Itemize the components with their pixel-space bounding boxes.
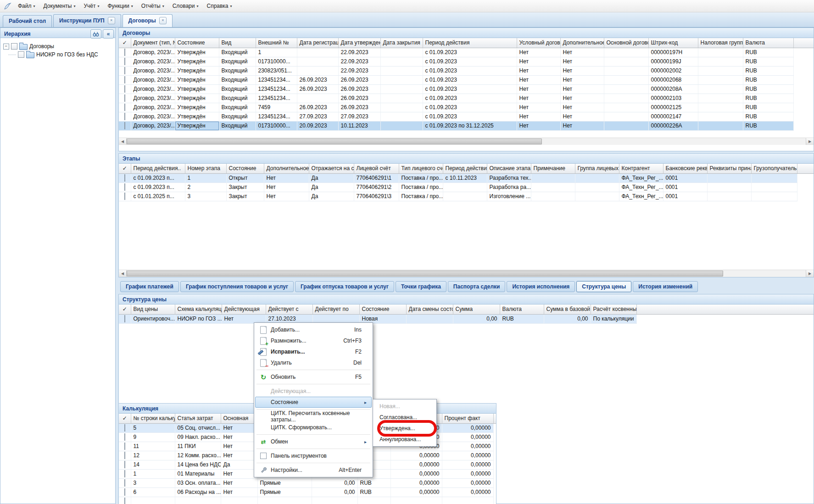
cell[interactable] xyxy=(698,112,743,121)
cell[interactable]: 27.09.2023 xyxy=(297,112,338,121)
select-all-column-header[interactable]: ✓ xyxy=(119,38,131,48)
cell[interactable]: Утверждён xyxy=(175,84,219,94)
menu-item-settings[interactable]: Настройки...Alt+Enter xyxy=(255,465,372,476)
cell[interactable]: 017310000... xyxy=(256,121,297,130)
cell[interactable]: Поставка / про... xyxy=(399,183,443,192)
cell[interactable]: Утверждён xyxy=(175,57,219,66)
cell[interactable]: RUB xyxy=(743,121,793,130)
table-row[interactable]: Договор, 2023/...УтверждёнВходящий017310… xyxy=(119,121,814,130)
column-header[interactable]: Внешний № xyxy=(256,38,297,48)
cell[interactable]: 0,00000 xyxy=(442,423,493,432)
tree-node-contracts[interactable]: − Договоры xyxy=(3,42,113,50)
scrollbar-thumb[interactable] xyxy=(127,271,723,277)
cell[interactable]: 1 xyxy=(256,48,297,57)
column-header[interactable]: Дополнительное с xyxy=(264,164,309,173)
cell[interactable]: Прямые xyxy=(257,487,312,497)
cell[interactable]: 09 Накл. расхо... xyxy=(175,432,221,442)
menu-item-duplicate[interactable]: Размножить...Ctrl+F3 xyxy=(255,335,372,346)
cell[interactable]: 0,00000 xyxy=(442,478,493,487)
row-checkbox[interactable] xyxy=(124,488,125,496)
submenu-item-annulled[interactable]: Аннулирована... xyxy=(373,434,436,445)
cell[interactable] xyxy=(380,94,423,103)
cell[interactable] xyxy=(380,66,423,75)
cell[interactable]: Входящий xyxy=(219,103,256,112)
cell[interactable]: 26.09.2023 xyxy=(297,75,338,84)
row-checkbox[interactable] xyxy=(124,49,125,56)
cell[interactable]: 0,00 xyxy=(453,314,500,323)
cell[interactable]: 2 xyxy=(185,183,226,192)
tab-pup-instructions[interactable]: Инструкции ПУП× xyxy=(53,14,121,27)
cell[interactable] xyxy=(698,75,743,84)
detail-tab-schedule-points[interactable]: Точки графика xyxy=(396,281,446,292)
column-header[interactable]: Лицевой счёт xyxy=(354,164,399,173)
cell[interactable] xyxy=(380,84,423,94)
cell[interactable]: Нет xyxy=(560,94,604,103)
cell[interactable]: Нет xyxy=(517,121,560,130)
row-checkbox[interactable] xyxy=(124,58,125,65)
cell[interactable]: Нет xyxy=(560,75,604,84)
column-header[interactable]: Статья затрат xyxy=(175,414,221,423)
cell[interactable]: Утверждён xyxy=(175,48,219,57)
cell[interactable]: Изготовление ... xyxy=(487,192,531,201)
cell[interactable]: 06 Расходы на ... xyxy=(175,487,221,497)
cell[interactable] xyxy=(575,192,619,201)
cell[interactable]: Открыт xyxy=(226,173,264,183)
cell[interactable]: Входящий xyxy=(219,112,256,121)
cell[interactable]: Договор, 2023/... xyxy=(131,48,175,57)
cell[interactable] xyxy=(604,121,648,130)
cell[interactable] xyxy=(698,84,743,94)
cell[interactable] xyxy=(297,94,338,103)
cell[interactable] xyxy=(751,183,797,192)
cell[interactable]: Нет xyxy=(517,75,560,84)
cell[interactable] xyxy=(698,66,743,75)
cell[interactable]: Нет xyxy=(560,84,604,94)
row-checkbox[interactable] xyxy=(124,443,125,450)
cell[interactable]: 0000002125 xyxy=(648,103,698,112)
cell[interactable]: Утверждён xyxy=(175,103,219,112)
cell[interactable]: 0,00000 xyxy=(390,460,442,469)
cell[interactable]: 7706406291\3 xyxy=(354,192,399,201)
column-header[interactable]: Дата утверждения xyxy=(338,38,380,48)
column-header[interactable]: Сумма xyxy=(453,305,500,314)
cell[interactable]: RUB xyxy=(357,487,390,497)
cell[interactable] xyxy=(406,314,453,323)
cell[interactable]: с 01.09.2023 xyxy=(423,112,517,121)
cell[interactable]: Новая xyxy=(359,314,406,323)
cell[interactable]: Нет xyxy=(517,48,560,57)
cell[interactable]: 14 Цена без НДС xyxy=(175,460,221,469)
cell[interactable]: Утверждён xyxy=(175,112,219,121)
cell[interactable]: 26.09.2023 xyxy=(338,94,380,103)
row-checkbox[interactable] xyxy=(124,174,125,182)
table-row[interactable]: с 01.09.2023 п...1ОткрытНетДа7706406291\… xyxy=(119,173,814,183)
column-header[interactable]: Расчёт косвенных xyxy=(591,305,636,314)
cell[interactable] xyxy=(221,497,257,504)
column-header[interactable]: Валюта xyxy=(743,38,793,48)
cell[interactable]: 230823/051... xyxy=(256,66,297,75)
submenu-item-agreed[interactable]: Согласована... xyxy=(373,412,436,423)
cell[interactable]: Нет xyxy=(221,442,257,451)
cell[interactable]: 20.09.2023 xyxy=(297,121,338,130)
cell[interactable]: Да xyxy=(309,183,354,192)
cell[interactable] xyxy=(297,66,338,75)
column-header[interactable]: Условный договор xyxy=(517,38,560,48)
table-row[interactable]: с 01.01.2025 п...3ЗакрытНетДа7706406291\… xyxy=(119,192,814,201)
tree-node-checkbox[interactable] xyxy=(11,43,17,50)
cell[interactable]: Нет xyxy=(560,112,604,121)
row-checkbox[interactable] xyxy=(124,433,125,441)
menu-item-state[interactable]: Состояние▸ xyxy=(255,397,372,408)
cell[interactable] xyxy=(604,94,648,103)
cell[interactable] xyxy=(380,112,423,121)
cell[interactable]: Договор, 2023/... xyxy=(131,121,175,130)
column-header[interactable]: Банковские рекви xyxy=(663,164,707,173)
cell[interactable]: 01 Материалы xyxy=(175,469,221,478)
select-all-column-header[interactable]: ✓ xyxy=(119,414,131,423)
cell[interactable]: 5 xyxy=(131,423,175,432)
select-all-column-header[interactable]: ✓ xyxy=(119,164,131,173)
cell[interactable]: с 01.09.2023 п... xyxy=(131,183,185,192)
menubar-item-accounting[interactable]: Учёт▾ xyxy=(79,1,103,11)
cell[interactable]: RUB xyxy=(357,478,390,487)
cell[interactable]: 7706406291\2 xyxy=(354,183,399,192)
menu-item-add[interactable]: Добавить...Ins xyxy=(255,324,372,335)
cell[interactable]: RUB xyxy=(743,75,793,84)
cell[interactable]: 0,00000 xyxy=(390,469,442,478)
